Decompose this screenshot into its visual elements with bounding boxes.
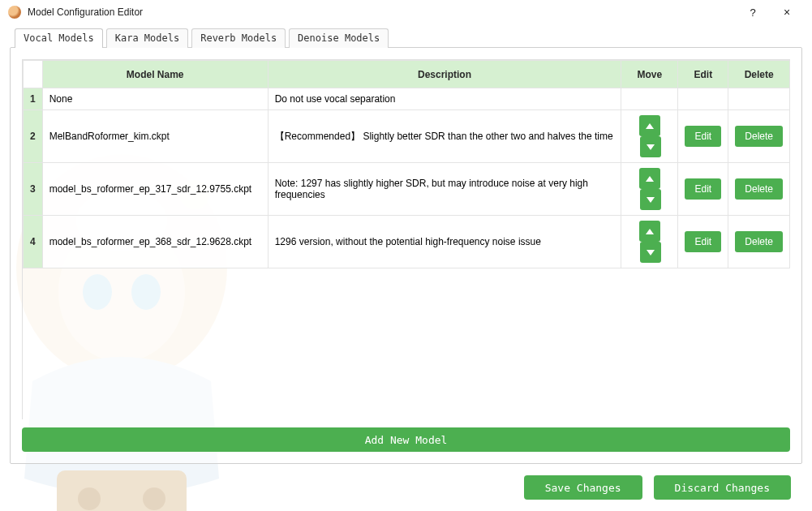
delete-button[interactable]: Delete <box>735 126 783 147</box>
model-name-cell[interactable]: model_bs_roformer_ep_317_sdr_12.9755.ckp… <box>42 163 268 216</box>
app-icon <box>8 6 21 19</box>
move-up-button[interactable] <box>639 221 660 242</box>
model-name-cell[interactable]: None <box>42 88 268 110</box>
tab-vocal-models[interactable]: Vocal Models <box>15 28 103 48</box>
move-cell <box>621 88 678 110</box>
col-edit: Edit <box>678 61 728 88</box>
triangle-down-icon <box>647 250 655 256</box>
triangle-up-icon <box>646 123 654 129</box>
move-cell <box>621 110 678 163</box>
triangle-up-icon <box>646 229 654 234</box>
edit-button[interactable]: Edit <box>685 231 721 252</box>
model-description-cell[interactable]: Note: 1297 has slightly higher SDR, but … <box>268 163 621 216</box>
col-delete: Delete <box>728 61 790 88</box>
close-button[interactable]: × <box>770 0 804 24</box>
footer-actions: Save Changes Discard Changes <box>10 464 802 500</box>
edit-cell: Edit <box>678 163 728 216</box>
delete-cell: Delete <box>728 163 790 216</box>
row-number: 2 <box>24 110 43 163</box>
add-new-model-button[interactable]: Add New Model <box>22 427 790 452</box>
table-row: 4model_bs_roformer_ep_368_sdr_12.9628.ck… <box>24 216 790 268</box>
models-table: Model Name Description Move Edit Delete … <box>23 60 790 268</box>
model-description-cell[interactable]: 1296 version, without the potential high… <box>268 216 621 268</box>
row-number: 4 <box>24 216 43 268</box>
titlebar: Model Configuration Editor ? × <box>0 0 812 24</box>
move-cell <box>621 163 678 216</box>
tab-panel: Model Name Description Move Edit Delete … <box>10 47 802 464</box>
table-row: 2MelBandRoformer_kim.ckpt【Recommended】 S… <box>24 110 790 163</box>
edit-cell: Edit <box>678 216 728 268</box>
window-title: Model Configuration Editor <box>28 6 143 18</box>
col-description: Description <box>268 61 621 88</box>
tab-bar: Vocal Models Kara Models Reverb Models D… <box>10 28 802 47</box>
tab-kara-models[interactable]: Kara Models <box>106 28 188 48</box>
model-description-cell[interactable]: Do not use vocal separation <box>268 88 621 110</box>
model-description-cell[interactable]: 【Recommended】 Slightly better SDR than t… <box>268 110 621 163</box>
delete-button[interactable]: Delete <box>735 231 783 252</box>
row-number: 1 <box>24 88 43 110</box>
edit-cell: Edit <box>678 110 728 163</box>
move-down-button[interactable] <box>640 189 661 210</box>
delete-cell <box>728 88 790 110</box>
triangle-down-icon <box>647 197 655 203</box>
discard-changes-button[interactable]: Discard Changes <box>654 475 791 500</box>
edit-button[interactable]: Edit <box>685 126 721 147</box>
triangle-up-icon <box>646 176 654 182</box>
triangle-down-icon <box>647 144 655 150</box>
move-down-button[interactable] <box>640 242 661 263</box>
delete-cell: Delete <box>728 216 790 268</box>
table-corner <box>24 61 43 88</box>
row-number: 3 <box>24 163 43 216</box>
move-up-button[interactable] <box>639 168 660 189</box>
tab-reverb-models[interactable]: Reverb Models <box>191 28 286 48</box>
help-button[interactable]: ? <box>736 0 770 24</box>
move-cell <box>621 216 678 268</box>
model-name-cell[interactable]: MelBandRoformer_kim.ckpt <box>42 110 268 163</box>
table-row: 1NoneDo not use vocal separation <box>24 88 790 110</box>
edit-button[interactable]: Edit <box>685 178 721 200</box>
model-name-cell[interactable]: model_bs_roformer_ep_368_sdr_12.9628.ckp… <box>42 216 268 268</box>
delete-button[interactable]: Delete <box>735 178 783 200</box>
edit-cell <box>678 88 728 110</box>
col-model-name: Model Name <box>42 61 268 88</box>
models-table-wrap: Model Name Description Move Edit Delete … <box>22 59 790 419</box>
move-down-button[interactable] <box>640 136 661 157</box>
table-row: 3model_bs_roformer_ep_317_sdr_12.9755.ck… <box>24 163 790 216</box>
tab-denoise-models[interactable]: Denoise Models <box>289 28 389 48</box>
save-changes-button[interactable]: Save Changes <box>524 475 642 500</box>
delete-cell: Delete <box>728 110 790 163</box>
col-move: Move <box>621 61 678 88</box>
move-up-button[interactable] <box>639 115 660 136</box>
